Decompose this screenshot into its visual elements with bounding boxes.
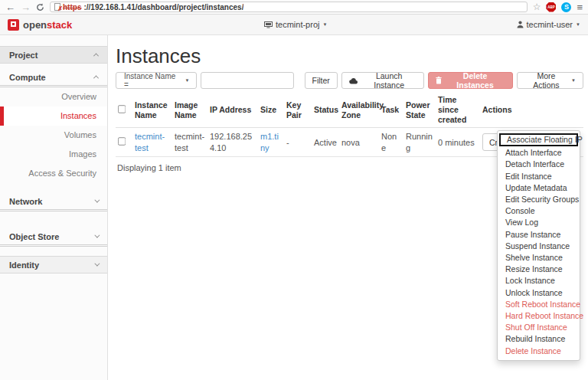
menu-item-attach-interface[interactable]: Attach Interface (498, 147, 580, 159)
menu-item-detach-interface[interactable]: Detach Interface (498, 159, 580, 170)
col-size: Size (258, 93, 284, 128)
sidebar-item-access-security[interactable]: Access & Security (0, 164, 107, 183)
openstack-logo: openstack (8, 19, 107, 31)
forward-icon[interactable]: → (21, 2, 31, 12)
task-cell: None (379, 128, 403, 157)
more-actions-button[interactable]: More Actions ▼ (517, 72, 583, 89)
sidebar-item-instances[interactable]: Instances (0, 106, 107, 126)
app-root: { "colors": { "brand_red": "#d8222a", "l… (0, 0, 588, 380)
chevron-up-icon (93, 53, 99, 58)
filter-field-select[interactable]: Instance Name = ▼ (116, 72, 197, 89)
menu-item-lock-instance[interactable]: Lock Instance (498, 275, 580, 287)
url-text: ://192.168.1.41/dashboard/project/instan… (83, 3, 243, 11)
menu-item-resize-instance[interactable]: Resize Instance (498, 264, 580, 275)
trash-icon (436, 77, 442, 84)
menu-item-update-metadata[interactable]: Update Metadata (498, 182, 580, 194)
menu-item-soft-reboot-instance[interactable]: Soft Reboot Instance (498, 299, 580, 310)
page-title: Instances (116, 44, 583, 68)
user-name: tecmint-user (527, 20, 573, 29)
toolbar: Instance Name = ▼ Filter Launch Instance… (116, 71, 583, 90)
menu-item-edit-security-groups[interactable]: Edit Security Groups (498, 194, 580, 205)
menu-item-rebuild-instance[interactable]: Rebuild Instance (498, 333, 580, 345)
search-input[interactable] (201, 72, 294, 89)
user-menu[interactable]: tecmint-user ▼ (517, 20, 580, 29)
menu-item-pause-instance[interactable]: Pause Instance (498, 229, 580, 241)
status-cell: Active (312, 128, 339, 157)
menu-item-shut-off-instance[interactable]: Shut Off Instance (498, 322, 580, 333)
sidebar-group-compute[interactable]: Compute (0, 69, 107, 87)
brand-text: openstack (23, 19, 72, 31)
menu-item-console[interactable]: Console (498, 205, 580, 217)
chevron-down-icon (94, 198, 100, 203)
chevron-down-icon: ▼ (576, 22, 580, 27)
size-link[interactable]: m1.tiny (260, 132, 279, 152)
menu-item-suspend-instance[interactable]: Suspend Instance (498, 241, 580, 252)
ip-address-cell: 192.168.254.10 (207, 128, 258, 157)
chevron-down-icon: ▼ (185, 78, 190, 83)
availability-zone-cell: nova (339, 128, 379, 157)
user-icon (517, 21, 524, 28)
launch-instance-button[interactable]: Launch Instance (341, 72, 425, 89)
chevron-down-icon (94, 233, 100, 238)
col-key-pair: Key Pair (284, 93, 312, 128)
chevron-down-icon: ▼ (571, 78, 576, 83)
sidebar-group-object-store[interactable]: Object Store (0, 228, 107, 247)
select-all-checkbox[interactable] (118, 105, 126, 113)
menu-item-hard-reboot-instance[interactable]: Hard Reboot Instance (498, 310, 580, 322)
col-image-name: Image Name (172, 93, 207, 128)
menu-item-delete-instance[interactable]: Delete Instance (498, 346, 580, 357)
project-name: tecmint-proj (276, 20, 319, 29)
menu-item-edit-instance[interactable]: Edit Instance (498, 171, 580, 182)
power-state-cell: Running (403, 128, 436, 157)
instance-name-link[interactable]: tecmint-test (135, 132, 165, 152)
sidebar-section-project[interactable]: Project (0, 46, 107, 64)
col-status: Status (312, 93, 339, 128)
col-actions: Actions (480, 93, 583, 128)
chevron-down-icon (94, 261, 100, 267)
image-name-cell: tecmint-test (172, 128, 207, 157)
delete-instances-button[interactable]: Delete Instances (428, 72, 512, 89)
row-checkbox[interactable] (118, 137, 126, 145)
menu-item-shelve-instance[interactable]: Shelve Instance (498, 252, 580, 264)
key-pair-cell: - (284, 128, 312, 157)
openstack-cube-icon (8, 19, 19, 31)
chevron-up-icon (93, 75, 99, 80)
url-bar[interactable]: ✗ https ://192.168.1.41/dashboard/projec… (50, 2, 528, 12)
url-scheme: https (63, 3, 81, 11)
skype-extension-icon[interactable]: S (561, 2, 571, 12)
sidebar-section-identity[interactable]: Identity (0, 256, 107, 274)
browser-menu-icon[interactable]: ≡ (577, 2, 583, 12)
sidebar-item-images[interactable]: Images (0, 145, 107, 164)
sidebar-item-overview[interactable]: Overview (0, 87, 107, 106)
browser-chrome: ← → ✗ https ://192.168.1.41/dashboard/pr… (0, 0, 588, 15)
menu-item-associate-floating-ip[interactable]: Associate Floating IP (499, 133, 578, 146)
adblock-extension-icon[interactable]: ABP (546, 2, 556, 12)
col-ip-address: IP Address (207, 93, 258, 128)
time-since-created-cell: 0 minutes (436, 128, 480, 157)
col-task: Task (379, 93, 403, 128)
chevron-down-icon: ▼ (322, 22, 327, 27)
bookmark-star-icon[interactable]: ☆ (533, 2, 541, 11)
table-header-row: Instance Name Image Name IP Address Size… (116, 93, 583, 128)
insecure-page-icon[interactable]: ✗ (54, 3, 60, 11)
sidebar: Project Compute Overview Instances Volum… (0, 35, 108, 380)
sidebar-group-network[interactable]: Network (0, 193, 107, 211)
project-icon (264, 21, 273, 28)
row-actions-menu: Associate Floating IP Attach Interface D… (497, 130, 580, 361)
filter-button[interactable]: Filter (305, 72, 338, 89)
col-power-state: Power State (403, 93, 436, 128)
sidebar-item-volumes[interactable]: Volumes (0, 126, 107, 145)
back-icon[interactable]: ← (5, 2, 15, 12)
col-time-since-created: Time since created (436, 93, 480, 128)
reload-icon[interactable] (36, 3, 44, 11)
menu-item-unlock-instance[interactable]: Unlock Instance (498, 287, 580, 299)
project-selector[interactable]: tecmint-proj ▼ (264, 20, 327, 29)
col-availability-zone: Availability Zone (339, 93, 379, 128)
col-instance-name: Instance Name (132, 93, 172, 128)
openstack-header: openstack tecmint-proj ▼ tecmint-user ▼ (0, 15, 588, 35)
cloud-upload-icon (349, 77, 358, 84)
menu-item-view-log[interactable]: View Log (498, 217, 580, 228)
